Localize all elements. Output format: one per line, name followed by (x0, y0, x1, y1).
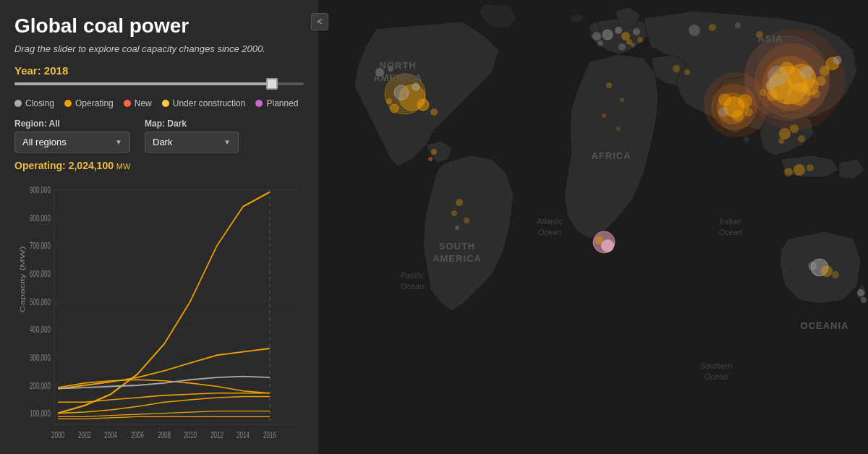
svg-point-39 (386, 98, 392, 104)
map-dropdown[interactable]: Dark ▼ (145, 132, 239, 153)
collapse-icon: < (317, 17, 322, 27)
svg-point-87 (832, 271, 839, 278)
svg-point-108 (602, 113, 606, 118)
svg-text:300,000: 300,000 (30, 353, 51, 362)
southern-ocean-label2: Ocean (705, 372, 728, 381)
capacity-chart: Capacity (MW) 900,000 800,000 700,000 60… (14, 179, 304, 447)
svg-point-100 (456, 199, 463, 206)
svg-point-107 (620, 98, 624, 102)
svg-text:800,000: 800,000 (30, 213, 51, 223)
indian-ocean-label: Indian (720, 217, 741, 226)
region-dropdown[interactable]: All regions ▼ (14, 132, 130, 153)
closing-dot (14, 100, 22, 107)
svg-text:2000: 2000 (51, 430, 64, 440)
slider-track[interactable] (14, 82, 304, 85)
year-slider[interactable] (14, 82, 304, 88)
planned-dot (255, 100, 263, 107)
oceania-label: OCEANIA (801, 320, 849, 331)
under-construction-dot (162, 100, 169, 107)
svg-text:2008: 2008 (158, 430, 171, 440)
svg-point-90 (595, 236, 603, 244)
closing-label: Closing (25, 98, 54, 108)
svg-point-46 (633, 28, 640, 35)
south-america-label: SOUTH (439, 241, 476, 252)
svg-text:2014: 2014 (237, 430, 250, 440)
map-dropdown-value: Dark (153, 137, 172, 147)
svg-point-50 (631, 43, 635, 47)
map-dropdown-arrow: ▼ (224, 138, 231, 146)
collapse-button[interactable]: < (311, 13, 328, 30)
svg-point-49 (618, 43, 626, 51)
slider-fill (14, 82, 278, 85)
svg-point-57 (732, 110, 744, 121)
chart-svg: Capacity (MW) 900,000 800,000 700,000 60… (14, 179, 304, 447)
operating-text: Operating: 2,024,100 (14, 160, 114, 171)
svg-text:2012: 2012 (210, 430, 224, 440)
svg-point-104 (673, 65, 680, 72)
svg-point-38 (412, 83, 420, 90)
svg-point-58 (718, 107, 728, 117)
legend-operating: Operating (64, 98, 114, 108)
svg-point-86 (808, 262, 817, 270)
map-container[interactable]: Pacific Ocean Atlantic Ocean Indian Ocea… (318, 0, 868, 454)
operating-stat: Operating: 2,024,100 MW (14, 160, 304, 171)
svg-point-113 (861, 297, 867, 303)
svg-point-101 (451, 210, 457, 216)
svg-point-44 (615, 27, 622, 34)
svg-text:2016: 2016 (263, 430, 276, 440)
indian-ocean-label2: Ocean (719, 228, 742, 236)
svg-point-59 (744, 108, 753, 116)
svg-point-102 (464, 218, 469, 223)
svg-point-99 (428, 157, 433, 161)
svg-text:100,000: 100,000 (30, 409, 51, 419)
svg-point-48 (637, 37, 643, 43)
atlantic-ocean-label: Atlantic (536, 217, 563, 226)
svg-point-91 (793, 164, 805, 176)
left-panel: < Global coal power Drag the slider to e… (0, 0, 318, 454)
svg-text:900,000: 900,000 (30, 185, 51, 194)
svg-point-35 (394, 85, 409, 100)
svg-point-98 (431, 149, 437, 155)
map-col: Map: Dark Dark ▼ (145, 119, 239, 153)
svg-point-77 (779, 128, 791, 140)
svg-text:500,000: 500,000 (30, 297, 51, 307)
svg-text:2006: 2006 (131, 430, 144, 440)
svg-point-40 (430, 108, 438, 116)
legend-under-construction: Under construction (162, 98, 246, 108)
svg-text:2010: 2010 (184, 430, 197, 440)
svg-point-93 (807, 164, 814, 171)
region-col: Region: All All regions ▼ (14, 119, 130, 153)
svg-point-96 (735, 22, 741, 28)
svg-point-43 (603, 30, 613, 40)
svg-point-109 (616, 127, 621, 131)
pacific-ocean-label: Pacific (401, 271, 425, 280)
legend: Closing Operating New Under construction… (14, 98, 304, 108)
svg-point-32 (744, 137, 749, 142)
map-header: Map: Dark (145, 119, 239, 129)
new-dot (124, 100, 131, 107)
page-title: Global coal power (14, 14, 304, 38)
operating-dot (64, 100, 72, 107)
svg-point-94 (689, 25, 700, 36)
legend-planned: Planned (255, 98, 298, 108)
legend-closing: Closing (14, 98, 54, 108)
slider-thumb[interactable] (266, 78, 278, 90)
region-dropdown-arrow: ▼ (115, 138, 122, 146)
svg-point-106 (606, 82, 612, 88)
north-america-label: NORTH (379, 60, 416, 71)
planned-label: Planned (266, 98, 298, 108)
pacific-ocean-label2: Ocean (401, 282, 424, 291)
svg-point-105 (684, 69, 690, 75)
svg-text:200,000: 200,000 (30, 381, 51, 390)
svg-point-78 (790, 124, 799, 133)
svg-point-111 (597, 40, 603, 46)
svg-text:Capacity (MW): Capacity (MW) (19, 247, 26, 313)
svg-point-80 (778, 138, 784, 144)
region-header: Region: All (14, 119, 130, 129)
legend-new: New (124, 98, 152, 108)
svg-point-92 (784, 168, 793, 176)
page-subtitle: Drag the slider to explore coal capacity… (14, 43, 304, 54)
region-map-row: Region: All All regions ▼ Map: Dark Dark… (14, 119, 304, 153)
south-america-label2: AMERICA (433, 253, 482, 264)
svg-point-79 (798, 135, 805, 142)
